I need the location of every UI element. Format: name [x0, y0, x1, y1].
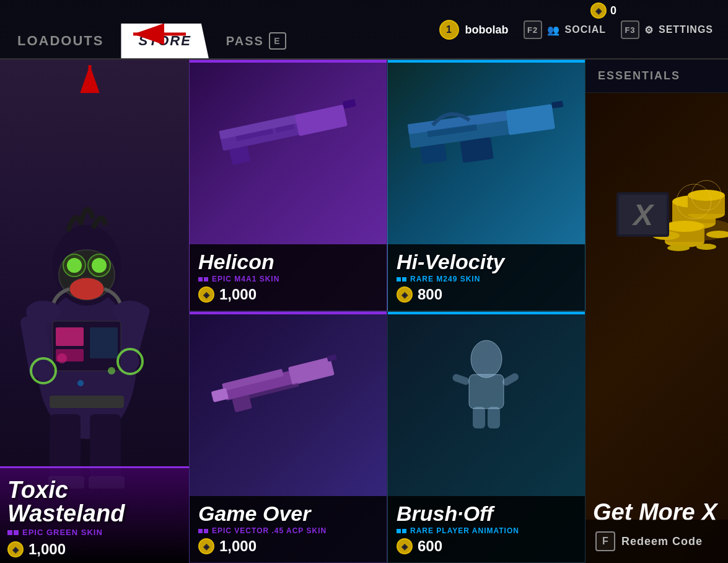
gameover-rarity-row: EPIC VECTOR .45 ACP SKIN — [198, 526, 378, 535]
svg-point-22 — [108, 367, 115, 375]
social-button[interactable]: F2 👥 SOCIAL — [524, 20, 606, 39]
hivelocity-rarity-icon — [397, 277, 406, 282]
user-badge: 1 — [439, 20, 459, 40]
svg-rect-51 — [452, 373, 470, 386]
svg-point-17 — [113, 301, 147, 323]
character-rarity-text: EPIC GREEN SKIN — [22, 528, 103, 537]
username: bobolab — [465, 24, 509, 37]
redeem-area[interactable]: F Redeem Code — [585, 520, 728, 563]
currency-display: ◈ 0 — [590, 2, 616, 19]
svg-point-16 — [26, 301, 61, 323]
tab-passes[interactable]: PASS E — [209, 24, 304, 58]
essentials-header: ESSENTIALS — [585, 60, 728, 93]
brushoff-price: 600 — [418, 538, 442, 555]
character-area[interactable]: Toxic Wasteland EPIC GREEN SKIN ◈ 1,000 — [0, 60, 189, 563]
gameover-info: Game Over EPIC VECTOR .45 ACP SKIN ◈ 1,0… — [190, 496, 387, 562]
character-svg — [0, 129, 180, 489]
helicon-dot — [198, 277, 203, 282]
brushoff-dot — [397, 529, 401, 533]
gameover-price-icon: ◈ — [198, 538, 214, 554]
store-item-hivelocity[interactable]: Hi-Velocity RARE M249 SKIN ◈ 800 — [387, 60, 585, 311]
svg-point-10 — [92, 258, 107, 273]
hivelocity-rarity-text: RARE M249 SKIN — [410, 275, 480, 283]
hivelocity-info: Hi-Velocity RARE M249 SKIN ◈ 800 — [388, 244, 585, 311]
f-key: F — [595, 531, 615, 551]
svg-rect-37 — [420, 144, 447, 164]
helicon-weapon — [190, 60, 387, 198]
rarity-dot-1 — [7, 530, 12, 535]
hivelocity-price-icon: ◈ — [397, 286, 413, 303]
f3-key: F3 — [621, 20, 639, 39]
right-sidebar: ESSENTIALS — [585, 60, 728, 563]
brushoff-price-row: ◈ 600 — [397, 538, 576, 555]
redeem-code-label: Redeem Code — [621, 535, 703, 548]
redeem-code-row[interactable]: F Redeem Code — [585, 520, 728, 563]
store-item-helicon[interactable]: Helicon EPIC M4A1 SKIN ◈ 1,000 — [189, 60, 387, 311]
gameover-rarity-icon — [198, 529, 208, 533]
svg-point-9 — [67, 258, 82, 273]
gameover-price: 1,000 — [219, 538, 257, 555]
settings-icon: ⚙ — [644, 24, 654, 36]
brushoff-name: Brush·Off — [397, 502, 576, 525]
main-content: Toxic Wasteland EPIC GREEN SKIN ◈ 1,000 — [0, 60, 728, 563]
character-rarity: EPIC GREEN SKIN — [7, 528, 182, 537]
hivelocity-weapon — [388, 60, 585, 198]
social-icon: 👥 — [547, 24, 560, 36]
hivelocity-image — [388, 60, 585, 198]
f2-key: F2 — [524, 20, 542, 39]
rarity-dot-2 — [14, 530, 19, 535]
svg-rect-39 — [551, 101, 563, 109]
price-coin-icon: ◈ — [7, 541, 24, 557]
gameover-dot — [198, 529, 203, 533]
helicon-rarity-text: EPIC M4A1 SKIN — [212, 275, 279, 283]
svg-rect-18 — [50, 396, 124, 408]
svg-text:X: X — [631, 198, 655, 231]
svg-rect-54 — [488, 407, 500, 428]
svg-rect-45 — [288, 357, 335, 386]
character-name: Toxic Wasteland — [7, 478, 182, 525]
store-item-gameover[interactable]: Game Over EPIC VECTOR .45 ACP SKIN ◈ 1,0… — [189, 311, 387, 563]
svg-point-21 — [57, 353, 67, 363]
character-name-area[interactable]: Toxic Wasteland EPIC GREEN SKIN ◈ 1,000 — [0, 466, 189, 563]
tab-loadouts[interactable]: LOADOUTS — [0, 24, 121, 58]
helicon-gun-svg — [201, 86, 375, 172]
hivelocity-rarity-row: RARE M249 SKIN — [397, 275, 576, 283]
helicon-dot-2 — [204, 277, 208, 282]
currency-icon: ◈ — [590, 2, 607, 19]
hivelocity-name: Hi-Velocity — [397, 250, 576, 273]
svg-point-25 — [121, 352, 139, 371]
brushoff-rarity-text: RARE PLAYER ANIMATION — [410, 526, 519, 535]
svg-point-61 — [688, 190, 725, 201]
svg-rect-38 — [506, 104, 555, 135]
get-more-area[interactable]: X Get More X F Redeem Code — [585, 93, 728, 563]
svg-rect-13 — [56, 327, 84, 346]
gameover-rarity-text: EPIC VECTOR .45 ACP SKIN — [212, 526, 327, 535]
helicon-rarity-row: EPIC M4A1 SKIN — [198, 275, 378, 283]
svg-rect-46 — [327, 354, 337, 361]
helicon-image — [190, 60, 387, 198]
currency-amount: 0 — [610, 4, 616, 17]
svg-point-24 — [34, 361, 53, 380]
settings-button[interactable]: F3 ⚙ SETTINGS — [621, 20, 713, 39]
gameover-gun-svg — [204, 340, 372, 421]
svg-rect-50 — [469, 375, 504, 409]
hivelocity-price: 800 — [418, 286, 442, 303]
settings-label: SETTINGS — [659, 24, 713, 35]
brushoff-player — [388, 312, 585, 450]
svg-rect-47 — [211, 388, 229, 403]
helicon-info: Helicon EPIC M4A1 SKIN ◈ 1,000 — [190, 244, 387, 311]
gameover-dot-2 — [204, 529, 208, 533]
svg-rect-52 — [501, 372, 520, 387]
helicon-price: 1,000 — [219, 286, 257, 303]
brushoff-price-icon: ◈ — [397, 538, 413, 554]
gameover-price-row: ◈ 1,000 — [198, 538, 378, 555]
gameover-name: Game Over — [198, 502, 378, 525]
svg-rect-15 — [90, 327, 118, 358]
svg-point-67 — [667, 245, 690, 251]
tab-store[interactable]: STORE — [121, 24, 208, 58]
store-item-brushoff[interactable]: Brush·Off RARE PLAYER ANIMATION ◈ 600 — [387, 311, 585, 563]
character-art — [0, 129, 180, 489]
svg-point-68 — [696, 244, 716, 250]
brushoff-dot-2 — [402, 529, 406, 533]
brushoff-svg — [424, 331, 548, 430]
